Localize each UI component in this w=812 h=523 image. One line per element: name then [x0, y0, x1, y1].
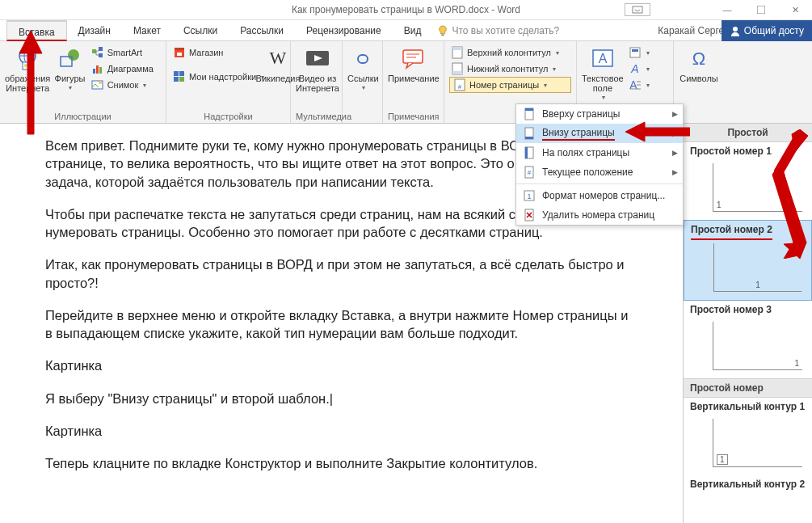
gallery-item-2[interactable]: Простой номер 2 1 — [684, 220, 812, 301]
wikipedia-button[interactable]: W Википедия — [262, 44, 294, 112]
page-bottom-icon — [523, 127, 536, 140]
window-title: Как пронумеровать страницы в WORD.docx -… — [292, 4, 520, 15]
page-number-menu: Вверху страницы▶ Внизу страницы▶ На поля… — [515, 103, 684, 226]
smartart-icon — [91, 46, 104, 59]
svg-rect-51 — [525, 137, 533, 139]
tab-mailings[interactable]: Рассылки — [229, 20, 295, 41]
group-illustrations: ображения Интернета Фигуры▾ SmartArt Диа… — [0, 41, 166, 123]
close-button[interactable]: ✕ — [778, 0, 812, 20]
comment-button[interactable]: Примечание — [388, 44, 440, 112]
svg-text:A: A — [630, 62, 638, 75]
svg-rect-35 — [452, 71, 462, 74]
dropcap-icon: A — [629, 78, 642, 91]
wordart-icon: A — [629, 62, 642, 75]
svg-rect-15 — [96, 65, 99, 74]
group-media: Видео из Интернета Мультимедиа — [291, 41, 343, 123]
tab-layout[interactable]: Макет — [122, 20, 172, 41]
online-pictures-button[interactable]: ображения Интернета — [5, 44, 50, 112]
ribbon-tabs: Вставка Дизайн Макет Ссылки Рассылки Рец… — [0, 20, 812, 41]
page-number-button[interactable]: #Номер страницы▾ — [449, 77, 571, 93]
gallery-item-4[interactable]: Вертикальный контур 1 1 — [684, 398, 812, 475]
group-addins-label: Надстройки — [171, 112, 285, 123]
lightbulb-icon — [437, 25, 448, 36]
titlebar: Как пронумеровать страницы в WORD.docx -… — [0, 0, 812, 20]
header-icon — [451, 46, 464, 59]
svg-rect-24 — [174, 77, 179, 82]
svg-text:A: A — [598, 52, 607, 65]
video-icon — [305, 48, 330, 70]
textbox-icon: A — [591, 48, 615, 70]
tab-view[interactable]: Вид — [393, 20, 433, 41]
tab-design[interactable]: Дизайн — [67, 20, 122, 41]
tell-me-search[interactable]: Что вы хотите сделать? — [437, 25, 559, 36]
my-addins-button[interactable]: Мои надстройки▾ — [171, 69, 259, 85]
footer-button[interactable]: Нижний колонтитул▾ — [449, 61, 571, 77]
svg-rect-14 — [93, 69, 95, 74]
paragraph: Итак, как пронумеровать страницы в ВОРД … — [45, 255, 637, 292]
page-current-icon: # — [523, 166, 536, 179]
addins-icon — [173, 70, 186, 83]
svg-text:1: 1 — [527, 192, 531, 200]
tab-insert[interactable]: Вставка — [6, 20, 67, 41]
footer-icon — [451, 62, 464, 75]
menu-current-position[interactable]: #Текущее положение▶ — [516, 162, 683, 182]
group-addins: Магазин Мои надстройки▾ W Википедия Надс… — [166, 41, 291, 123]
wordart-button[interactable]: A▾ — [627, 61, 668, 77]
tab-review[interactable]: Рецензирование — [295, 20, 393, 41]
gallery-section-simple-number: Простой номер — [684, 378, 812, 398]
ribbon-display-options[interactable] — [625, 3, 650, 16]
group-links: Ссылки▾ — [343, 41, 383, 123]
links-button[interactable]: Ссылки▾ — [347, 44, 379, 121]
chart-button[interactable]: Диаграмма — [90, 61, 161, 77]
svg-rect-13 — [99, 53, 103, 57]
gallery-item-5[interactable]: Вертикальный контур 2 — [684, 475, 812, 495]
gallery-item-1[interactable]: Простой номер 1 1 — [684, 142, 812, 220]
quickparts-button[interactable]: ▾ — [627, 44, 668, 61]
svg-rect-53 — [525, 147, 528, 158]
maximize-button[interactable] — [744, 0, 778, 20]
link-icon — [351, 48, 374, 70]
dropcap-button[interactable]: A▾ — [627, 77, 668, 93]
svg-rect-23 — [179, 71, 184, 76]
svg-rect-21 — [177, 53, 182, 56]
svg-point-9 — [68, 49, 79, 61]
svg-rect-29 — [403, 50, 423, 63]
share-button[interactable]: Общий досту — [722, 20, 812, 41]
menu-bottom-of-page[interactable]: Внизу страницы▶ — [516, 124, 683, 143]
menu-top-of-page[interactable]: Вверху страницы▶ — [516, 104, 683, 124]
ribbon: ображения Интернета Фигуры▾ SmartArt Диа… — [0, 41, 812, 124]
chart-icon — [91, 62, 104, 75]
symbol-button[interactable]: Ω Символы — [679, 44, 719, 112]
page-margin-icon — [523, 146, 536, 159]
menu-page-margins[interactable]: На полях страницы▶ — [516, 143, 683, 162]
menu-remove-page-numbers[interactable]: Удалить номера страниц — [516, 205, 683, 225]
smartart-button[interactable]: SmartArt — [90, 44, 161, 61]
svg-point-3 — [733, 27, 738, 32]
paragraph: Я выберу "Внизу страницы" и второй шабло… — [45, 390, 637, 407]
globe-picture-icon — [15, 46, 40, 72]
screenshot-button[interactable]: Снимок▾ — [90, 77, 161, 93]
menu-format-page-numbers[interactable]: 1Формат номеров страниц... — [516, 186, 683, 205]
page-number-icon: # — [453, 78, 466, 91]
remove-icon — [523, 209, 536, 221]
minimize-button[interactable]: — — [710, 0, 744, 20]
svg-rect-41 — [632, 49, 638, 52]
tab-references[interactable]: Ссылки — [172, 20, 229, 41]
svg-text:#: # — [528, 169, 532, 176]
gallery-item-3[interactable]: Простой номер 3 1 — [684, 301, 812, 378]
paragraph: Картинка — [45, 356, 637, 374]
online-video-button[interactable]: Видео из Интернета — [296, 44, 339, 112]
screenshot-icon — [91, 78, 104, 91]
user-name[interactable]: Каракай Сергей — [658, 25, 730, 36]
textbox-button[interactable]: A Текстовое поле▾ — [582, 44, 624, 112]
store-button[interactable]: Магазин — [171, 44, 259, 61]
quickparts-icon — [629, 46, 642, 59]
svg-rect-40 — [630, 48, 640, 57]
svg-rect-25 — [179, 77, 184, 82]
group-illustrations-label: Иллюстрации — [5, 112, 161, 123]
header-button[interactable]: Верхний колонтитул▾ — [449, 44, 571, 61]
shapes-button[interactable]: Фигуры▾ — [53, 44, 86, 112]
page-number-gallery: Простой Простой номер 1 1 Простой номер … — [683, 124, 812, 523]
svg-point-18 — [99, 81, 102, 84]
svg-text:#: # — [458, 83, 462, 91]
